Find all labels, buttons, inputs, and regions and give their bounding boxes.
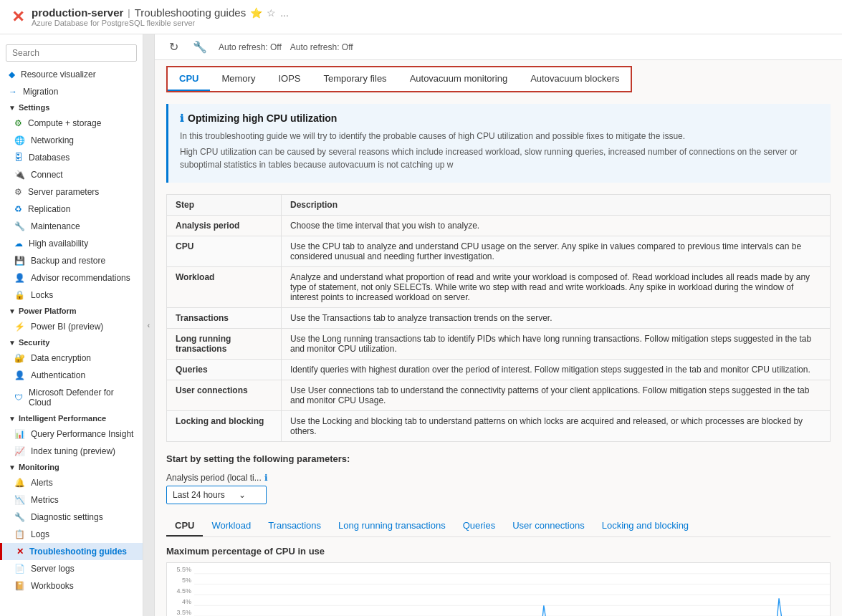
sidebar-item-locks[interactable]: 🔒 Locks — [0, 287, 143, 304]
sidebar-item-power-bi[interactable]: ⚡ Power BI (preview) — [0, 318, 143, 335]
table-row: Long running transactionsUse the Long ru… — [167, 329, 831, 360]
header-divider: | — [128, 7, 130, 18]
advisor-icon: 👤 — [14, 273, 25, 283]
favorite-icon[interactable]: ⭐ — [250, 7, 262, 19]
tab-cpu[interactable]: CPU — [168, 67, 210, 91]
sub-tab-locking-blocking[interactable]: Locking and blocking — [593, 516, 697, 536]
tab-memory[interactable]: Memory — [210, 67, 267, 91]
chevron-down-icon: ⌄ — [239, 490, 246, 500]
info-tooltip-icon: ℹ — [264, 473, 268, 483]
sidebar-item-authentication[interactable]: 👤 Authentication — [0, 367, 143, 384]
migration-icon: → — [9, 87, 17, 97]
sidebar-item-metrics[interactable]: 📉 Metrics — [0, 491, 143, 509]
connect-icon: 🔌 — [14, 170, 25, 180]
sub-tab-user-connections[interactable]: User connections — [504, 516, 593, 536]
params-title: Start by setting the following parameter… — [166, 453, 831, 464]
sidebar-item-data-encryption[interactable]: 🔐 Data encryption — [0, 350, 143, 367]
col-description: Description — [282, 195, 831, 216]
section-settings[interactable]: ▼ Settings — [0, 100, 143, 115]
sidebar-item-label: Server logs — [31, 564, 75, 574]
section-monitoring[interactable]: ▼ Monitoring — [0, 460, 143, 474]
chart-area: 5.5% 5% 4.5% 4% 3.5% 3% 2.5% 2% 1.5% 1% … — [166, 562, 831, 616]
search-input[interactable] — [6, 44, 137, 62]
sub-tab-transactions[interactable]: Transactions — [259, 516, 330, 536]
chevron-down-icon: ▼ — [9, 104, 16, 112]
sidebar-item-maintenance[interactable]: 🔧 Maintenance — [0, 218, 143, 235]
analysis-period-dropdown[interactable]: Last 24 hours ⌄ — [166, 486, 267, 504]
sidebar-item-label: Networking — [31, 135, 74, 145]
tab-iops[interactable]: IOPS — [267, 67, 312, 91]
sidebar-item-label: Data encryption — [31, 353, 91, 363]
sidebar-item-alerts[interactable]: 🔔 Alerts — [0, 474, 143, 491]
sidebar-item-migration[interactable]: → Migration — [0, 83, 143, 100]
sidebar-item-workbooks[interactable]: 📔 Workbooks — [0, 577, 143, 595]
more-options-icon[interactable]: ... — [280, 7, 289, 19]
sidebar-item-troubleshooting-guides[interactable]: ✕ Troubleshooting guides — [0, 543, 143, 560]
main-content: ↻ 🔧 Auto refresh: Off Auto refresh: Off … — [155, 34, 842, 616]
toolbar: ↻ 🔧 Auto refresh: Off Auto refresh: Off — [155, 34, 842, 60]
sub-tab-long-running[interactable]: Long running transactions — [330, 516, 454, 536]
query-perf-icon: 📊 — [14, 429, 25, 439]
section-security[interactable]: ▼ Security — [0, 335, 143, 350]
tab-temporary-files[interactable]: Temporary files — [312, 67, 398, 91]
sidebar-item-index-tuning[interactable]: 📈 Index tuning (preview) — [0, 443, 143, 460]
params-section: Start by setting the following parameter… — [166, 453, 831, 504]
sidebar-item-label: Migration — [23, 87, 58, 97]
sidebar-item-networking[interactable]: 🌐 Networking — [0, 132, 143, 149]
table-row: QueriesIdentify queries with highest dur… — [167, 360, 831, 380]
chart-svg — [194, 563, 830, 616]
settings-button[interactable]: 🔧 — [190, 39, 210, 55]
sidebar-item-databases[interactable]: 🗄 Databases — [0, 149, 143, 166]
table-row: TransactionsUse the Transactions tab to … — [167, 308, 831, 329]
data-encryption-icon: 🔐 — [14, 353, 25, 363]
sidebar-item-defender[interactable]: 🛡 Microsoft Defender for Cloud — [0, 384, 143, 411]
server-logs-icon: 📄 — [14, 564, 25, 574]
sidebar-item-logs[interactable]: 📋 Logs — [0, 526, 143, 543]
auto-refresh-text: Auto refresh: Off — [290, 42, 353, 52]
sidebar-item-query-performance[interactable]: 📊 Query Performance Insight — [0, 425, 143, 443]
app-header: ✕ production-server | Troubleshooting gu… — [0, 0, 842, 34]
sidebar-item-backup-restore[interactable]: 💾 Backup and restore — [0, 252, 143, 269]
info-icon: ℹ — [180, 112, 183, 124]
resource-visualizer-icon: ◆ — [9, 69, 15, 80]
refresh-button[interactable]: ↻ — [166, 39, 181, 55]
sidebar-item-server-parameters[interactable]: ⚙ Server parameters — [0, 183, 143, 201]
sidebar-item-label: Diagnostic settings — [31, 512, 103, 522]
section-intelligent-performance[interactable]: ▼ Intelligent Performance — [0, 411, 143, 425]
databases-icon: 🗄 — [14, 153, 23, 163]
sidebar-item-server-logs[interactable]: 📄 Server logs — [0, 560, 143, 577]
sidebar-item-label: Maintenance — [31, 221, 80, 231]
logs-icon: 📋 — [14, 529, 25, 539]
sidebar-item-compute-storage[interactable]: ⚙ Compute + storage — [0, 115, 143, 132]
troubleshooting-icon: ✕ — [16, 547, 24, 557]
auto-refresh-label: Auto refresh: Off — [219, 42, 282, 52]
tab-autovacuum-monitoring[interactable]: Autovacuum monitoring — [398, 67, 520, 91]
star-icon[interactable]: ☆ — [267, 7, 276, 19]
steps-table: Step Description Analysis periodChoose t… — [166, 194, 831, 442]
replication-icon: ♻ — [14, 204, 22, 214]
sub-tab-queries[interactable]: Queries — [454, 516, 504, 536]
maintenance-icon: 🔧 — [14, 221, 25, 231]
sidebar-item-label: Server parameters — [28, 187, 99, 197]
sub-tab-cpu[interactable]: CPU — [166, 516, 203, 536]
sidebar-item-resource-visualizer[interactable]: ◆ Resource visualizer — [0, 66, 143, 83]
sidebar-toggle-button[interactable]: ‹ — [143, 34, 155, 616]
sidebar-item-connect[interactable]: 🔌 Connect — [0, 166, 143, 183]
sidebar-item-label: Resource visualizer — [21, 69, 96, 80]
section-power-platform[interactable]: ▼ Power Platform — [0, 304, 143, 318]
step-name: CPU — [167, 236, 282, 267]
info-title: ℹ Optimizing high CPU utilization — [180, 112, 819, 124]
sidebar-item-advisor[interactable]: 👤 Advisor recommendations — [0, 269, 143, 287]
main-tabs: CPU Memory IOPS Temporary files Autovacu… — [166, 66, 632, 92]
sidebar-item-diagnostic-settings[interactable]: 🔧 Diagnostic settings — [0, 509, 143, 526]
search-container — [0, 40, 143, 66]
chart-y-labels: 5.5% 5% 4.5% 4% 3.5% 3% 2.5% 2% 1.5% 1% … — [167, 563, 193, 616]
sidebar-item-replication[interactable]: ♻ Replication — [0, 201, 143, 218]
power-bi-icon: ⚡ — [14, 322, 25, 332]
sub-tab-workload[interactable]: Workload — [203, 516, 259, 536]
sidebar-item-label: High availability — [29, 239, 88, 249]
app-icon: ✕ — [11, 8, 24, 27]
tab-autovacuum-blockers[interactable]: Autovacuum blockers — [519, 67, 631, 91]
sidebar-item-high-availability[interactable]: ☁ High availability — [0, 235, 143, 252]
sidebar-item-label: Authentication — [31, 370, 85, 380]
